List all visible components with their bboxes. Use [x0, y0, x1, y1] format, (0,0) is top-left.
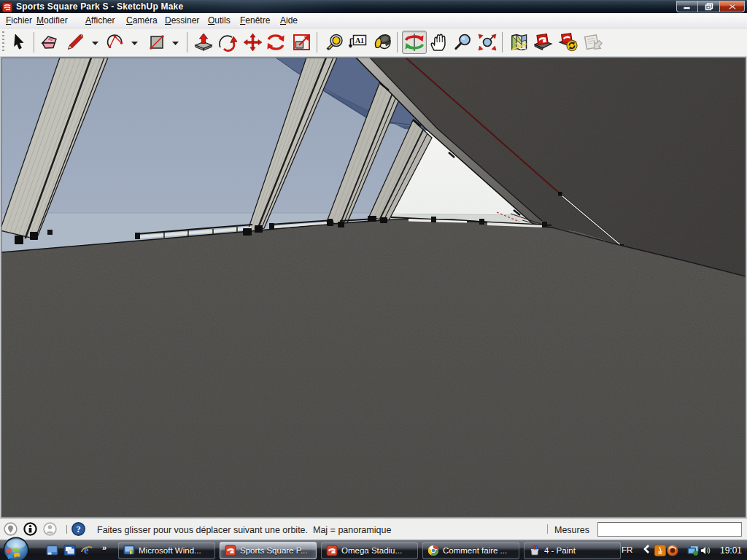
menu-fenetre[interactable]: Fenêtre: [240, 15, 270, 26]
move-tool-button[interactable]: [242, 31, 263, 53]
switch-windows-icon[interactable]: [63, 544, 76, 556]
eraser-icon: [39, 34, 59, 51]
tape-measure-tool-button[interactable]: [325, 31, 345, 53]
taskbar-button-label: Omega Stadiu...: [341, 546, 402, 555]
close-button[interactable]: [720, 1, 745, 12]
svg-text:e: e: [84, 544, 89, 556]
arc-icon: [106, 33, 125, 52]
push-pull-tool-button[interactable]: [193, 31, 214, 53]
help-icon[interactable]: ?: [71, 522, 85, 536]
taskbar: e » Microsoft Wind... Sports Square P...: [0, 540, 747, 560]
rectangle-icon: [148, 33, 166, 52]
push-pull-icon: [193, 33, 214, 52]
window-title: Sports Square Park S - SketchUp Make: [16, 1, 183, 12]
menu-camera[interactable]: Caméra: [126, 15, 158, 26]
get-models-icon: [533, 33, 553, 52]
svg-text:?: ?: [76, 524, 80, 534]
restore-button[interactable]: [698, 1, 720, 12]
tray-clock[interactable]: 19:01: [720, 545, 742, 556]
tray-expand-chevron[interactable]: [643, 544, 650, 554]
scene-ground: [1, 219, 746, 517]
windows-explorer-icon: [123, 545, 135, 556]
line-tool-button[interactable]: [65, 31, 85, 53]
sketchup-icon: [326, 545, 338, 556]
taskbar-button-paint[interactable]: 4 - Paint: [524, 542, 621, 559]
sketchup-3d-viewport[interactable]: [0, 56, 747, 518]
select-tool-button[interactable]: [9, 31, 29, 53]
taskbar-button-label: Sports Square P...: [240, 546, 307, 555]
share-model-tool-button[interactable]: [583, 31, 603, 53]
internet-explorer-icon[interactable]: e: [80, 544, 93, 556]
menu-dessiner[interactable]: Dessiner: [165, 15, 199, 26]
scene: [0, 58, 746, 517]
java-tray-icon[interactable]: [654, 545, 666, 556]
orbit-icon: [403, 32, 425, 52]
taskbar-button-label: 4 - Paint: [544, 546, 576, 555]
taskbar-button-omega-stadium[interactable]: Omega Stadiu...: [321, 542, 418, 559]
follow-me-icon: [217, 33, 238, 52]
start-button[interactable]: [2, 536, 30, 560]
orbit-tool-button[interactable]: [402, 31, 427, 54]
extension-warehouse-tool-button[interactable]: [558, 31, 578, 53]
text-tool-button[interactable]: A1: [347, 31, 368, 53]
credits-icon[interactable]: [23, 522, 37, 536]
quicklaunch-overflow-chevron[interactable]: »: [102, 543, 107, 552]
add-location-tool-button[interactable]: [508, 31, 529, 53]
measures-label: Mesures: [554, 525, 589, 535]
taskbar-button-comment-faire[interactable]: Comment faire ...: [422, 542, 519, 559]
toolbar: A1: [0, 28, 747, 56]
taskbar-button-microsoft-windows[interactable]: Microsoft Wind...: [118, 542, 215, 559]
paint-bucket-tool-button[interactable]: [373, 31, 393, 53]
geolocation-icon[interactable]: [4, 522, 18, 536]
paint-app-icon: [529, 545, 541, 556]
updater-ring-tray-icon[interactable]: [667, 545, 678, 556]
text-icon: A1: [347, 33, 368, 52]
zoom-tool-button[interactable]: [452, 31, 473, 53]
measures-separator: [547, 524, 548, 534]
taskbar-button-sports-square-park[interactable]: Sports Square P...: [220, 542, 317, 559]
sketchup-app-icon: [2, 2, 12, 12]
rotate-tool-button[interactable]: [266, 31, 286, 53]
window-titlebar: Sports Square Park S - SketchUp Make: [0, 0, 747, 13]
menu-afficher[interactable]: Afficher: [85, 15, 115, 26]
extension-warehouse-icon: [558, 33, 578, 52]
volume-tray-icon[interactable]: [700, 545, 712, 556]
taskbar-button-label: Comment faire ...: [443, 546, 507, 555]
text-tool-label: A1: [355, 36, 364, 44]
status-message: Faites glisser pour vous déplacer suivan…: [97, 525, 391, 535]
chrome-icon: [427, 545, 439, 556]
menu-outils[interactable]: Outils: [208, 15, 231, 26]
network-tray-icon[interactable]: [687, 545, 699, 556]
scale-tool-button[interactable]: [291, 31, 311, 53]
arc-tool-dropdown[interactable]: [131, 40, 138, 46]
pencil-icon: [66, 33, 85, 52]
add-location-icon: [509, 33, 529, 52]
arc-tool-button[interactable]: [105, 31, 125, 53]
menu-bar: Fichier Modifier Afficher Caméra Dessine…: [0, 13, 747, 28]
show-desktop-icon[interactable]: [46, 544, 58, 556]
pan-hand-icon: [428, 33, 449, 52]
taskbar-button-label: Microsoft Wind...: [139, 546, 201, 555]
rotate-icon: [266, 33, 286, 52]
rectangle-tool-button[interactable]: [147, 31, 167, 53]
menu-aide[interactable]: Aide: [280, 15, 298, 26]
menu-modifier[interactable]: Modifier: [36, 15, 68, 26]
get-models-tool-button[interactable]: [533, 31, 553, 53]
menu-fichier[interactable]: Fichier: [6, 15, 32, 26]
paint-bucket-icon: [373, 33, 393, 52]
move-icon: [243, 33, 263, 52]
sign-in-icon[interactable]: [43, 522, 57, 536]
rectangle-tool-dropdown[interactable]: [172, 40, 179, 46]
minimize-button[interactable]: [676, 1, 698, 12]
toolbar-drag-handle[interactable]: [2, 31, 4, 53]
pan-tool-button[interactable]: [428, 31, 449, 53]
status-bar: ? Faites glisser pour vous déplacer suiv…: [0, 518, 747, 540]
tray-language-indicator[interactable]: FR: [622, 545, 632, 554]
line-tool-dropdown[interactable]: [92, 40, 98, 46]
zoom-extents-tool-button[interactable]: [477, 31, 498, 53]
follow-me-tool-button[interactable]: [217, 31, 238, 53]
tape-measure-icon: [325, 33, 345, 52]
measures-input[interactable]: [597, 522, 742, 537]
eraser-tool-button[interactable]: [39, 31, 59, 53]
desktop-screen: Sports Square Park S - SketchUp Make Fic…: [0, 0, 747, 560]
